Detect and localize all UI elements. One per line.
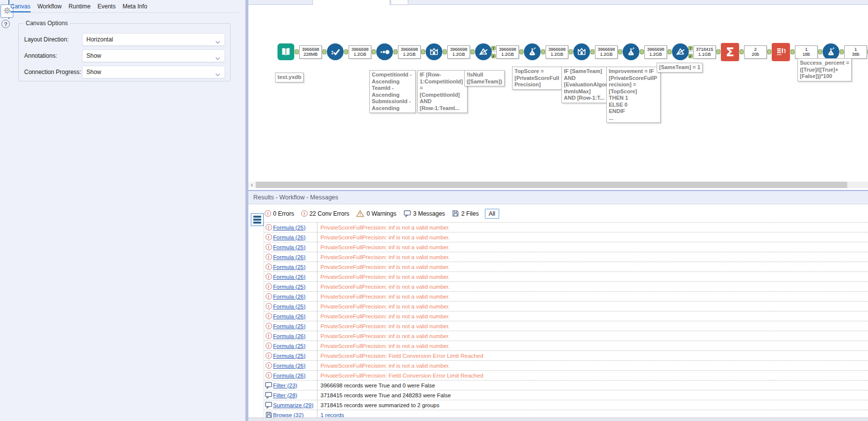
all-filter-button[interactable]: All bbox=[485, 209, 499, 219]
data-size: 20b bbox=[746, 52, 765, 57]
message-row[interactable]: !Formula (25)PrivateScoreFullPrecision: … bbox=[264, 302, 868, 311]
tool-link[interactable]: Summarize (29) bbox=[273, 402, 314, 408]
option-dropdown[interactable]: Show bbox=[82, 66, 225, 78]
tab-meta-info[interactable]: Meta Info bbox=[122, 3, 147, 12]
count-22-conv-errors[interactable]: !22 Conv Errors bbox=[301, 210, 350, 217]
message-text: PrivateScoreFullPrecision: inf is not a … bbox=[317, 292, 868, 301]
tool-link[interactable]: Formula (25) bbox=[273, 343, 306, 349]
message-row[interactable]: !Formula (26)PrivateScoreFullPrecision: … bbox=[264, 232, 868, 242]
count-0-warnings[interactable]: 0 Warnings bbox=[356, 210, 396, 217]
tool-link[interactable]: Formula (25) bbox=[273, 304, 306, 309]
message-layout-button[interactable] bbox=[251, 213, 264, 226]
canvas-active-tab[interactable] bbox=[313, 0, 390, 5]
multi-row-formula-tool[interactable] bbox=[573, 43, 590, 60]
tool-link[interactable]: Formula (26) bbox=[273, 234, 306, 240]
scroll-left-arrow[interactable]: ‹ bbox=[248, 182, 255, 188]
tool-link[interactable]: Formula (26) bbox=[273, 363, 306, 369]
message-row[interactable]: Filter (28)3718415 records were True and… bbox=[264, 390, 868, 400]
tool-link[interactable]: Formula (25) bbox=[273, 225, 306, 230]
connection-anchor bbox=[295, 49, 299, 54]
option-label: Layout Direction: bbox=[24, 36, 69, 43]
message-tool-label: Formula (26) bbox=[273, 333, 317, 339]
crosstab-tool[interactable] bbox=[772, 43, 790, 61]
message-row[interactable]: !Formula (25)PrivateScoreFullPrecision: … bbox=[264, 341, 868, 351]
formula-tool[interactable] bbox=[524, 43, 541, 60]
tool-annotation: [SameTeam] = 1 bbox=[657, 63, 703, 73]
records-link[interactable]: 1 records bbox=[320, 412, 344, 418]
message-row[interactable]: !Formula (25)PrivateScoreFullPrecision: … bbox=[264, 351, 868, 361]
message-text: PrivateScoreFullPrecision: inf is not a … bbox=[317, 341, 868, 350]
connection-anchor bbox=[394, 49, 397, 54]
canvas-hscrollbar[interactable]: ‹ bbox=[248, 182, 868, 188]
message-tool-label: Formula (25) bbox=[273, 343, 317, 349]
record-count: 3966698 bbox=[399, 47, 419, 52]
count-0-errors[interactable]: !0 Errors bbox=[265, 210, 294, 217]
connection-anchor bbox=[818, 49, 822, 54]
tab-canvas[interactable]: Canvas bbox=[10, 3, 31, 12]
tool-link[interactable]: Formula (26) bbox=[273, 373, 306, 379]
connection-anchor bbox=[618, 49, 622, 54]
tab-workflow[interactable]: Workflow bbox=[38, 3, 62, 12]
message-tool-label: Formula (25) bbox=[273, 353, 317, 359]
sort-tool[interactable] bbox=[376, 43, 393, 60]
filter-tool[interactable] bbox=[672, 43, 689, 60]
workflow-canvas[interactable]: 3966698228MB39666981.2GB39666981.2GB3966… bbox=[248, 0, 868, 182]
tool-link[interactable]: Formula (26) bbox=[273, 333, 306, 339]
tool-link[interactable]: Formula (26) bbox=[273, 254, 306, 260]
true-anchor: T bbox=[491, 46, 496, 50]
message-row[interactable]: !Formula (26)PrivateScoreFullPrecision: … bbox=[264, 272, 868, 282]
message-row[interactable]: !Formula (26)PrivateScoreFullPrecision: … bbox=[264, 331, 868, 341]
select-records-tool[interactable] bbox=[327, 43, 344, 60]
message-row[interactable]: !Formula (26)PrivateScoreFullPrecision: … bbox=[264, 292, 868, 302]
option-dropdown[interactable]: Horizontal bbox=[82, 33, 225, 46]
canvas-tab-fragment[interactable] bbox=[391, 0, 408, 5]
message-text: PrivateScoreFullPrecision: inf is not a … bbox=[317, 302, 868, 311]
tool-link[interactable]: Formula (25) bbox=[273, 353, 306, 359]
option-dropdown[interactable]: Show bbox=[82, 49, 225, 62]
tool-link[interactable]: Formula (25) bbox=[273, 264, 306, 270]
tool-link[interactable]: Formula (25) bbox=[273, 323, 306, 329]
summarize-tool[interactable]: Σ bbox=[721, 43, 739, 61]
message-tool-label: Filter (28) bbox=[273, 392, 317, 398]
message-row[interactable]: !Formula (26)PrivateScoreFullPrecision: … bbox=[264, 311, 868, 321]
connection-anchor bbox=[443, 49, 447, 54]
connection-progress-badge: 39666981.2GB bbox=[496, 45, 519, 59]
formula-tool[interactable] bbox=[623, 43, 639, 60]
canvas-options-group: Canvas Options Layout Direction:Horizont… bbox=[18, 23, 231, 81]
message-row[interactable]: !Formula (25)PrivateScoreFullPrecision: … bbox=[264, 242, 868, 252]
count-2-files[interactable]: 2 Files bbox=[452, 210, 478, 217]
tab-runtime[interactable]: Runtime bbox=[69, 3, 91, 12]
tool-link[interactable]: Browse (32) bbox=[273, 412, 304, 418]
multi-row-formula-tool[interactable] bbox=[426, 43, 442, 60]
message-row[interactable]: !Formula (26)PrivateScoreFullPrecision: … bbox=[264, 371, 868, 381]
message-row[interactable]: !Formula (25)PrivateScoreFullPrecision: … bbox=[264, 282, 868, 292]
input-data-tool[interactable] bbox=[277, 43, 294, 60]
filter-tool[interactable] bbox=[475, 43, 492, 60]
connection-anchor bbox=[767, 49, 771, 54]
tool-link[interactable]: Formula (26) bbox=[273, 274, 306, 280]
message-row[interactable]: !Formula (25)PrivateScoreFullPrecision: … bbox=[264, 223, 868, 232]
tool-link[interactable]: Formula (26) bbox=[273, 294, 306, 300]
error-icon: ! bbox=[264, 293, 273, 300]
configuration-panel: ∙∙ ? CanvasWorkflowRuntimeEventsMeta Inf… bbox=[0, 0, 245, 421]
message-row[interactable]: Filter (23)3966698 records were True and… bbox=[264, 381, 868, 390]
message-row[interactable]: !Formula (26)PrivateScoreFullPrecision: … bbox=[264, 252, 868, 262]
scrollbar-thumb[interactable] bbox=[256, 182, 847, 188]
error-icon: ! bbox=[266, 323, 272, 329]
tab-events[interactable]: Events bbox=[98, 3, 116, 12]
message-row[interactable]: Summarize (29)3718415 records were summa… bbox=[264, 400, 868, 410]
message-tool-label: Formula (26) bbox=[273, 373, 317, 379]
help-icon[interactable]: ? bbox=[1, 20, 10, 28]
message-row[interactable]: !Formula (25)PrivateScoreFullPrecision: … bbox=[264, 321, 868, 331]
formula-tool[interactable] bbox=[823, 43, 839, 60]
tool-link[interactable]: Filter (28) bbox=[273, 392, 297, 398]
message-row[interactable]: !Formula (26)PrivateScoreFullPrecision: … bbox=[264, 361, 868, 371]
message-row[interactable]: !Formula (25)PrivateScoreFullPrecision: … bbox=[264, 262, 868, 272]
data-size: 1.2GB bbox=[547, 52, 567, 57]
tool-link[interactable]: Formula (25) bbox=[273, 244, 306, 250]
tool-link[interactable]: Formula (26) bbox=[273, 313, 306, 319]
tool-link[interactable]: Filter (23) bbox=[273, 383, 297, 388]
tool-link[interactable]: Formula (25) bbox=[273, 284, 306, 290]
connection-progress-badge: 39666981.2GB bbox=[546, 45, 568, 59]
count-3-messages[interactable]: 3 Messages bbox=[403, 210, 445, 217]
